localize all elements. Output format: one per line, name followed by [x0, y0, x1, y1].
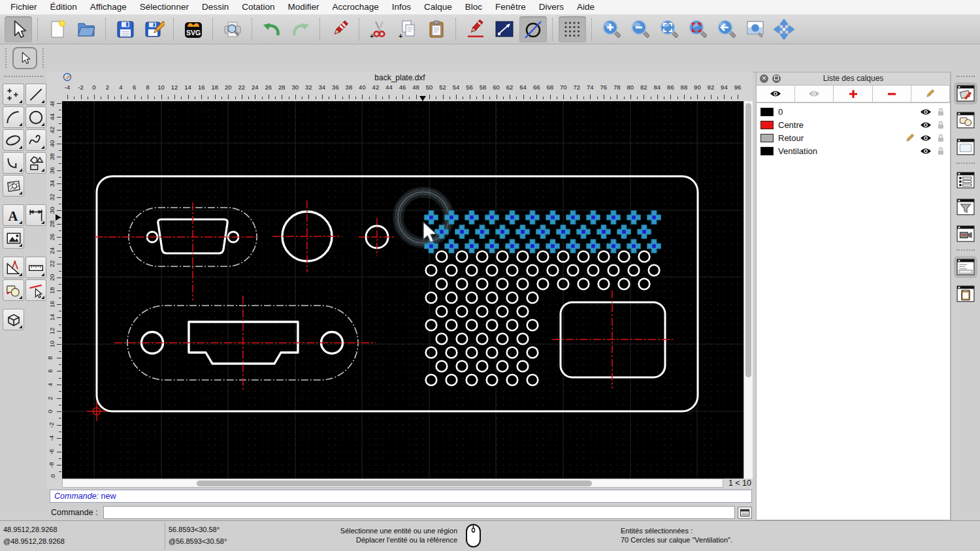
arc-tool-button[interactable] — [3, 106, 24, 128]
zoom-in-button[interactable] — [598, 16, 625, 42]
keyboard-toggle-button[interactable] — [738, 507, 752, 519]
add-layer-button[interactable] — [834, 86, 872, 102]
ruler-tick — [577, 95, 578, 99]
dock-command-button[interactable] — [954, 256, 977, 278]
dock-drag-handle[interactable] — [956, 76, 975, 78]
menu-modifier[interactable]: Modifier — [281, 0, 325, 14]
menu-cotation[interactable]: Cotation — [235, 0, 281, 14]
copy-button[interactable]: + — [394, 16, 421, 42]
vertical-scrollbar[interactable] — [743, 101, 753, 479]
edit-layer-button[interactable] — [911, 86, 950, 102]
menu-fenetre[interactable]: Fenêtre — [489, 0, 532, 14]
dock-layer-list-button[interactable] — [954, 82, 977, 104]
cut-button[interactable]: + — [365, 16, 393, 42]
dimension-tool-button[interactable] — [25, 204, 47, 226]
polyline-tool-button[interactable] — [3, 152, 24, 174]
circle-tool-button[interactable] — [25, 106, 47, 128]
grid-toggle-button[interactable] — [559, 16, 586, 42]
layer-lock-icon[interactable] — [937, 133, 945, 142]
layer-row[interactable]: Ventilation — [757, 144, 950, 157]
construction-button[interactable] — [519, 16, 547, 42]
select-tool-button[interactable] — [5, 16, 32, 42]
zoom-pan-button[interactable] — [770, 16, 798, 42]
show-all-layers-button[interactable] — [757, 86, 795, 102]
menu-infos[interactable]: Infos — [385, 0, 417, 14]
attributes-button[interactable] — [462, 16, 489, 42]
new-file-button[interactable] — [44, 16, 71, 42]
line-tool-button[interactable] — [25, 84, 47, 105]
horizontal-scrollbar[interactable] — [62, 479, 723, 488]
modify-tool-button[interactable] — [3, 279, 24, 301]
redo-button[interactable] — [287, 16, 314, 42]
delete-button[interactable] — [326, 16, 353, 42]
remove-layer-button[interactable] — [873, 86, 911, 102]
points-tool-button[interactable] — [3, 84, 24, 105]
command-input[interactable] — [103, 506, 735, 519]
print-preview-button[interactable] — [219, 16, 246, 42]
selection-reference-point — [571, 244, 575, 248]
dock-block-list-button[interactable] — [954, 109, 977, 131]
layer-lock-icon[interactable] — [937, 107, 945, 116]
drawing-canvas[interactable] — [62, 101, 743, 479]
horizontal-scroll-thumb[interactable] — [197, 480, 592, 486]
menu-selectionner[interactable]: Sélectionner — [133, 0, 195, 14]
layer-row[interactable]: Centre — [757, 118, 950, 131]
zoom-auto-button[interactable] — [655, 16, 683, 42]
dock-library-button[interactable] — [954, 136, 977, 158]
layer-lock-icon[interactable] — [937, 146, 945, 155]
layer-visibility-icon[interactable] — [920, 134, 932, 142]
layer-color-swatch[interactable] — [760, 134, 774, 142]
dock-entity-list-button[interactable] — [954, 169, 977, 191]
polygon-tool-button[interactable] — [25, 152, 47, 174]
menu-aide[interactable]: Aide — [570, 0, 601, 14]
spline-tool-button[interactable] — [25, 129, 47, 151]
layer-lock-icon[interactable] — [937, 120, 945, 129]
hide-all-layers-button[interactable] — [795, 86, 834, 102]
zoom-previous-button[interactable] — [713, 16, 740, 42]
layer-visibility-icon[interactable] — [920, 148, 932, 155]
dock-clipboard-button[interactable] — [954, 283, 977, 305]
save-as-button[interactable] — [140, 16, 168, 42]
menu-edition[interactable]: Édition — [44, 0, 84, 14]
menu-dessin[interactable]: Dessin — [195, 0, 235, 14]
3d-tool-button[interactable] — [3, 309, 24, 330]
h-ruler-label: 58 — [480, 84, 487, 91]
distance-button[interactable] — [491, 16, 518, 42]
zoom-selected-button[interactable] — [684, 16, 711, 42]
menu-accrochage[interactable]: Accrochage — [325, 0, 385, 14]
svg-export-button[interactable]: SVG — [180, 16, 207, 42]
layer-row[interactable]: 0 — [757, 105, 950, 118]
menu-affichage[interactable]: Affichage — [84, 0, 133, 14]
layer-color-swatch[interactable] — [760, 147, 774, 155]
zoom-window-button[interactable] — [742, 16, 769, 42]
menu-bloc[interactable]: Bloc — [459, 0, 489, 14]
toolbar-drag-handle[interactable] — [5, 48, 7, 68]
vertical-scroll-thumb[interactable] — [745, 103, 751, 377]
layer-color-swatch[interactable] — [760, 121, 774, 129]
toolbar-drag-handle[interactable] — [42, 48, 44, 68]
open-file-button[interactable] — [73, 16, 100, 42]
paste-button[interactable] — [423, 16, 450, 42]
zoom-out-button[interactable] — [627, 16, 654, 42]
info-tool-button[interactable] — [25, 257, 47, 278]
measure-tool-button[interactable] — [3, 257, 24, 278]
save-button[interactable] — [112, 16, 139, 42]
dock-views-button[interactable] — [954, 223, 977, 245]
layer-color-swatch[interactable] — [760, 108, 774, 116]
menu-fichier[interactable]: Fichier — [4, 0, 44, 14]
order-tool-button[interactable] — [25, 279, 47, 301]
layer-row[interactable]: Retour — [757, 131, 950, 144]
ellipse-tool-button[interactable] — [3, 129, 24, 151]
menu-divers[interactable]: Divers — [532, 0, 570, 14]
layer-visibility-icon[interactable] — [920, 108, 932, 116]
zoom-previous-icon — [716, 19, 737, 40]
hatch-tool-button[interactable] — [3, 175, 24, 197]
undo-button[interactable] — [258, 16, 286, 42]
menu-calque[interactable]: Calque — [417, 0, 459, 14]
palette-drag-handle[interactable] — [4, 76, 43, 78]
dock-filter-button[interactable] — [954, 196, 977, 218]
current-tool-button[interactable] — [12, 47, 37, 69]
text-tool-button[interactable]: A — [3, 204, 24, 226]
layer-visibility-icon[interactable] — [920, 121, 932, 129]
image-tool-button[interactable] — [3, 227, 24, 249]
